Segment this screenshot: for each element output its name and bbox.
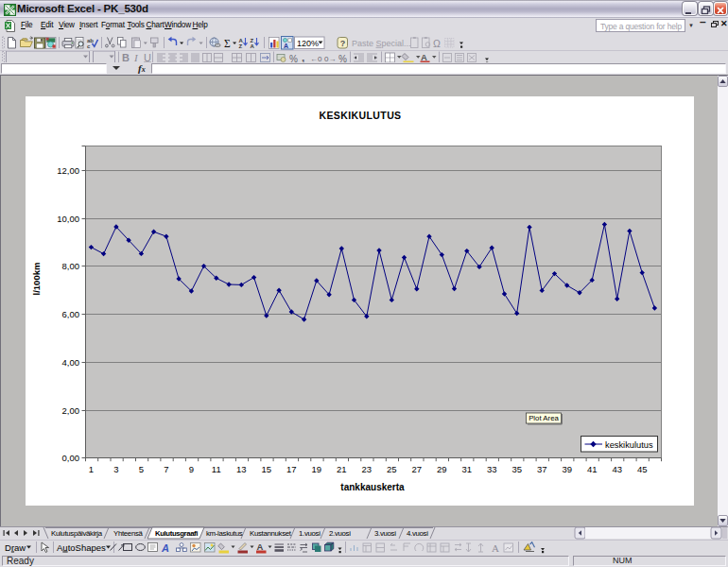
svg-text:0,00: 0,00 (62, 453, 80, 463)
svg-text:19: 19 (312, 464, 322, 474)
svg-text:45: 45 (637, 464, 648, 474)
svg-text:3.vuosi: 3.vuosi (374, 529, 396, 538)
svg-text:7: 7 (164, 464, 168, 474)
svg-text:Kulutusgraafi: Kulutusgraafi (155, 529, 198, 538)
svg-text:10,00: 10,00 (57, 214, 79, 224)
svg-text:keskikulutus: keskikulutus (605, 440, 653, 450)
svg-text:13: 13 (236, 464, 247, 474)
svg-text:A: A (492, 542, 499, 554)
svg-text:3: 3 (113, 464, 118, 474)
svg-text:39: 39 (562, 464, 572, 474)
svg-text:43: 43 (612, 464, 622, 474)
svg-text:23: 23 (362, 464, 373, 474)
svg-text:km-laskutus: km-laskutus (206, 529, 243, 538)
svg-text:2.vuosi: 2.vuosi (329, 529, 351, 538)
svg-text:15: 15 (262, 464, 272, 474)
svg-text:A: A (257, 541, 264, 552)
svg-text:31: 31 (462, 464, 473, 474)
svg-text:21: 21 (337, 464, 347, 474)
svg-text:AutoShapes: AutoShapes (57, 542, 106, 553)
svg-text:2,00: 2,00 (62, 405, 80, 416)
svg-text:33: 33 (487, 464, 497, 474)
svg-text:Yhteensä: Yhteensä (113, 529, 144, 538)
svg-text:Plot Area: Plot Area (529, 414, 559, 422)
svg-text:4,00: 4,00 (62, 357, 80, 368)
svg-text:17: 17 (286, 464, 297, 474)
svg-text:l/100km: l/100km (31, 263, 42, 296)
svg-text:35: 35 (511, 464, 522, 474)
svg-text:4.vuosi: 4.vuosi (407, 529, 428, 538)
svg-text:1.vuosi: 1.vuosi (299, 529, 321, 538)
svg-text:12,00: 12,00 (57, 165, 79, 176)
svg-text:29: 29 (437, 464, 447, 474)
svg-text:41: 41 (587, 464, 598, 474)
svg-text:27: 27 (412, 464, 423, 474)
svg-text:6,00: 6,00 (62, 309, 80, 319)
svg-text:Kustannukset: Kustannukset (250, 529, 292, 538)
svg-text:11: 11 (212, 464, 221, 474)
svg-text:KESKIKULUTUS: KESKIKULUTUS (319, 110, 401, 121)
svg-text:25: 25 (387, 464, 397, 474)
svg-text:37: 37 (537, 464, 547, 474)
svg-text:Kulutuspäiväkirja: Kulutuspäiväkirja (51, 529, 103, 538)
svg-text:8,00: 8,00 (62, 261, 80, 271)
svg-text:Draw: Draw (5, 542, 26, 553)
svg-text:5: 5 (139, 464, 144, 474)
svg-text:1: 1 (89, 464, 94, 474)
svg-text:tankkauskerta: tankkauskerta (340, 482, 405, 492)
svg-text:9: 9 (189, 464, 194, 474)
svg-text:A: A (161, 542, 169, 554)
